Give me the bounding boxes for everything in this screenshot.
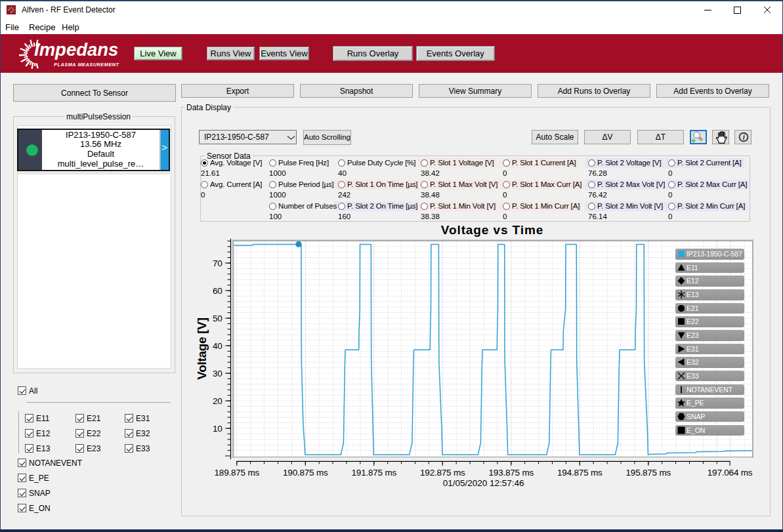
- svg-text:i: i: [743, 133, 746, 141]
- svg-text:191.875 ms: 191.875 ms: [352, 468, 397, 478]
- svg-text:189.875 ms: 189.875 ms: [215, 468, 260, 478]
- svg-text:40: 40: [213, 341, 222, 351]
- svg-text:197.064 ms: 197.064 ms: [708, 468, 753, 478]
- svg-text:01/05/2020 12:57:46: 01/05/2020 12:57:46: [443, 478, 524, 488]
- svg-text:194.875 ms: 194.875 ms: [557, 468, 603, 478]
- svg-text:193.875 ms: 193.875 ms: [489, 468, 534, 478]
- svg-text:190.875 ms: 190.875 ms: [283, 468, 328, 478]
- svg-text:50: 50: [213, 314, 222, 323]
- svg-text:10: 10: [213, 424, 222, 434]
- svg-text:30: 30: [213, 369, 222, 379]
- svg-text:195.875 ms: 195.875 ms: [626, 468, 671, 478]
- svg-text:70: 70: [213, 258, 222, 268]
- svg-text:20: 20: [213, 396, 222, 406]
- svg-text:60: 60: [213, 286, 222, 296]
- svg-text:Voltage [V]: Voltage [V]: [195, 317, 209, 380]
- svg-text:192.875 ms: 192.875 ms: [420, 468, 465, 478]
- svg-text:Voltage vs Time: Voltage vs Time: [441, 223, 543, 237]
